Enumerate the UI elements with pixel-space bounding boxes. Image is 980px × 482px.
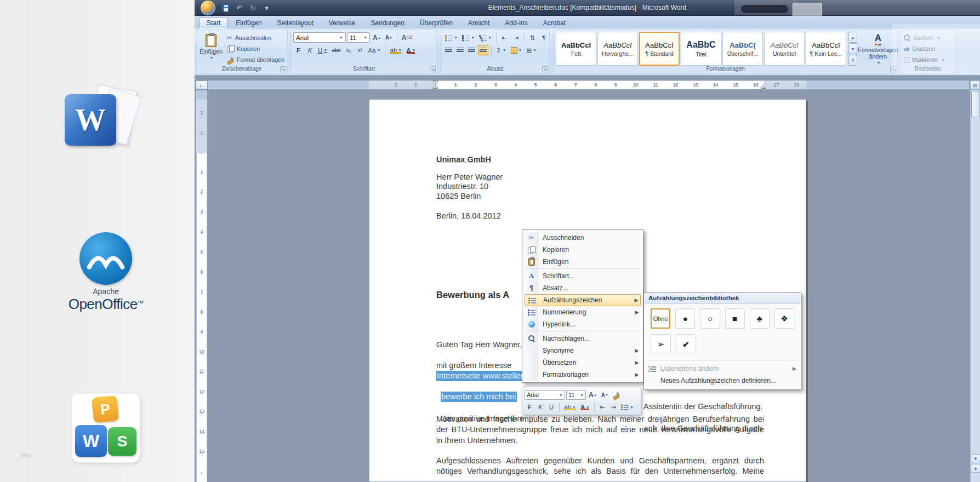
- context-menu-item[interactable]: Einfügen ▶: [525, 256, 641, 269]
- ribbon-tab[interactable]: Start: [199, 17, 228, 28]
- ruler-toggle-button[interactable]: ▤: [970, 81, 980, 89]
- numbering-button[interactable]: ▼: [460, 32, 476, 43]
- define-new-bullet-item[interactable]: Neues Aufzählungszeichen definieren...: [644, 375, 801, 387]
- change-case-button[interactable]: Aa▼: [366, 45, 382, 55]
- gallery-scroll-down-button[interactable]: ▼: [848, 43, 857, 54]
- context-menu-item[interactable]: Formatvorlagen ▶: [525, 369, 641, 381]
- gallery-expand-button[interactable]: ⊽: [848, 55, 857, 66]
- date-line[interactable]: Berlin, 18.04.2012: [436, 211, 501, 221]
- word-desktop-logo[interactable]: W: [65, 85, 137, 154]
- recipient-company[interactable]: Unimax GmbH: [436, 154, 491, 164]
- subject-line[interactable]: Bewerbung als A: [436, 290, 509, 300]
- context-menu-item[interactable]: Absatz... ▶: [525, 282, 641, 294]
- mini-bold-button[interactable]: F: [525, 402, 534, 412]
- italic-button[interactable]: K: [305, 45, 315, 55]
- strikethrough-button[interactable]: abc: [330, 45, 342, 55]
- change-styles-button[interactable]: A Formatvorlagen ändern ▼: [859, 32, 897, 67]
- gallery-scroll-up-button[interactable]: ▲: [848, 32, 857, 43]
- superscript-button[interactable]: x²: [355, 45, 365, 55]
- mini-highlight-button[interactable]: ab▼: [562, 402, 578, 412]
- cut-button[interactable]: Ausschneiden: [226, 32, 286, 43]
- bullet-option[interactable]: ✔: [676, 334, 696, 354]
- bullet-option[interactable]: ■: [725, 308, 745, 329]
- context-menu-item[interactable]: Synonyme ▶: [525, 345, 641, 357]
- bullet-option[interactable]: ●: [675, 308, 695, 329]
- vertical-ruler[interactable]: 21 123456789101112131415: [196, 90, 207, 482]
- recipient-city[interactable]: 10625 Berlin: [436, 191, 481, 201]
- bullet-option[interactable]: ♣: [750, 308, 770, 329]
- style-item[interactable]: AaBbC Titel: [681, 32, 721, 66]
- align-center-button[interactable]: [455, 45, 465, 55]
- style-item[interactable]: AaBbCcI Fett: [556, 32, 596, 66]
- mini-increase-indent-button[interactable]: ⇥: [608, 402, 618, 412]
- context-menu-item[interactable]: Kopieren ▶: [525, 244, 641, 256]
- openoffice-desktop-logo[interactable]: Apache OpenOfficeTM: [48, 232, 163, 313]
- clear-formatting-button[interactable]: A⌫: [400, 32, 414, 43]
- line-spacing-button[interactable]: ⇕▼: [494, 45, 508, 55]
- ribbon-tab[interactable]: Add-Ins: [497, 17, 535, 28]
- decrease-indent-button[interactable]: ⇤: [499, 32, 510, 43]
- mini-shrink-font-button[interactable]: A▼: [600, 390, 610, 400]
- font-color-button[interactable]: A▼: [404, 45, 417, 55]
- ribbon-tab[interactable]: Acrobat: [535, 17, 573, 28]
- mini-format-painter-button[interactable]: [611, 390, 622, 400]
- borders-button[interactable]: ⊞▼: [525, 45, 539, 55]
- mini-bullets-button[interactable]: ▼: [619, 402, 635, 412]
- paragraph1-line1[interactable]: mit großem Interesse: [436, 360, 511, 370]
- font-size-combo[interactable]: 11▼: [347, 32, 370, 43]
- copy-button[interactable]: Kopieren: [226, 43, 286, 54]
- bullet-option-none[interactable]: Ohne: [651, 308, 670, 329]
- select-browse-object-button[interactable]: ●: [971, 464, 980, 473]
- horizontal-ruler[interactable]: 21 12345678910111213141516 1718: [208, 81, 969, 89]
- grow-font-button[interactable]: A▲: [371, 32, 383, 43]
- paste-button[interactable]: Einfügen ▼: [198, 31, 224, 67]
- scroll-down-button[interactable]: ▼: [971, 454, 980, 463]
- bullet-option[interactable]: ○: [700, 308, 720, 329]
- mini-font-name-combo[interactable]: Arial▼: [525, 390, 565, 400]
- recipient-name[interactable]: Herr Peter Wagner: [436, 172, 503, 182]
- change-list-level-item[interactable]: Listenebene ändern ▶: [644, 363, 801, 375]
- ribbon-tab[interactable]: Sendungen: [363, 17, 412, 28]
- context-menu-item[interactable]: Nachschlagen... ▶: [525, 332, 641, 345]
- context-menu-item[interactable]: Aufzählungszeichen ▶: [525, 294, 641, 306]
- ribbon-tab[interactable]: Seitenlayout: [270, 17, 321, 28]
- dialog-launcher-clipboard[interactable]: ⇘: [280, 66, 286, 72]
- increase-indent-button[interactable]: ⇥: [511, 32, 521, 43]
- mini-font-color-button[interactable]: A▼: [579, 402, 591, 412]
- bullet-option[interactable]: ➢: [651, 334, 671, 354]
- font-name-combo[interactable]: Arial▼: [293, 32, 346, 43]
- mini-font-size-combo[interactable]: 11▼: [566, 390, 586, 400]
- paragraph3-line1[interactable]: Aufgeschlossenes Auftreten gegenüber Kun…: [436, 456, 764, 466]
- underline-button[interactable]: U▼: [316, 45, 329, 55]
- style-item[interactable]: AaBbCcI ¶ Kein Lee...: [806, 32, 846, 66]
- style-item[interactable]: AaBbC( Überschrif...: [722, 32, 763, 66]
- mini-underline-button[interactable]: U: [546, 402, 556, 412]
- format-painter-button[interactable]: Format übertragen: [226, 54, 286, 65]
- align-right-button[interactable]: [466, 45, 477, 55]
- context-menu-item[interactable]: Übersetzen ▶: [525, 357, 641, 369]
- show-paragraph-marks-button[interactable]: ¶: [539, 32, 549, 43]
- context-menu-item[interactable]: Hyperlink... ▶: [525, 318, 641, 331]
- align-left-button[interactable]: [443, 45, 454, 55]
- paragraph2-line3[interactable]: der BTU-Unternehmensgruppe freue ich mic…: [436, 424, 764, 434]
- bold-button[interactable]: F: [293, 45, 304, 55]
- wps-desktop-logo[interactable]: P W S: [72, 393, 140, 462]
- paragraph2-line4[interactable]: in Ihrem Unternehmen.: [436, 435, 517, 445]
- scrollbar-thumb[interactable]: [971, 91, 980, 117]
- multilevel-list-button[interactable]: ▼: [477, 32, 493, 43]
- style-item[interactable]: AaBbCcI Untertitel: [764, 32, 805, 66]
- shrink-font-button[interactable]: A▼: [384, 32, 394, 43]
- mini-italic-button[interactable]: K: [535, 402, 545, 412]
- subscript-button[interactable]: x₂: [343, 45, 354, 55]
- recipient-street[interactable]: Industriestr. 10: [436, 181, 488, 191]
- dialog-launcher-font[interactable]: ⇘: [430, 66, 436, 72]
- paragraph3-line2[interactable]: nötiges Verhandlungsgeschick, sehe ich a…: [436, 466, 764, 476]
- sort-button[interactable]: ⇅: [527, 32, 538, 43]
- context-menu-item[interactable]: Schriftart... ▶: [525, 270, 641, 282]
- ribbon-tab[interactable]: Ansicht: [460, 17, 497, 28]
- tab-stop-selector[interactable]: ∟: [196, 81, 208, 89]
- salutation-line[interactable]: Guten Tag Herr Wagner,: [436, 340, 522, 349]
- context-menu-item[interactable]: Nummerierung ▶: [525, 306, 641, 318]
- highlight-button[interactable]: ab▼: [388, 45, 403, 55]
- paragraph2-line2[interactable]: Motivation und frische Impulse zu belebe…: [436, 414, 764, 424]
